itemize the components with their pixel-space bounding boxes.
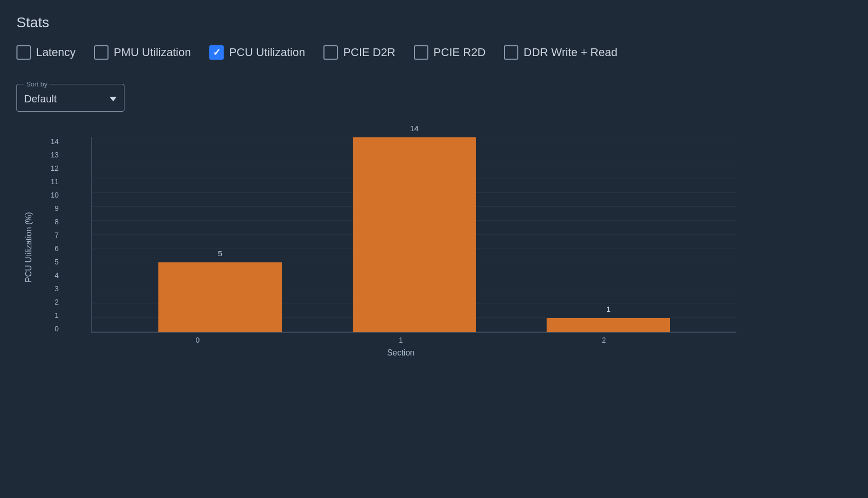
checkbox-box-pcu-utilization[interactable] — [209, 45, 224, 60]
checkbox-label-pmu-utilization: PMU Utilization — [114, 46, 191, 59]
page-title: Stats — [16, 14, 852, 31]
y-tick: 10 — [50, 191, 59, 199]
bar-value-label-1: 14 — [410, 124, 419, 133]
y-tick: 7 — [55, 231, 59, 239]
y-tick: 1 — [55, 311, 59, 319]
y-tick: 6 — [55, 244, 59, 253]
bar-1: 14 — [353, 137, 476, 332]
y-tick: 5 — [55, 258, 59, 266]
y-tick: 14 — [50, 137, 59, 146]
y-tick: 9 — [55, 204, 59, 212]
y-axis-label: PCU Utilization (%) — [16, 137, 37, 358]
chart-plot: 5141 — [91, 137, 736, 333]
chevron-down-icon — [110, 97, 117, 101]
sort-fieldset: Sort by Default — [16, 80, 124, 112]
chart-container: PCU Utilization (%) 14131211109876543210… — [16, 137, 736, 358]
sort-dropdown[interactable]: Default — [24, 93, 117, 105]
bar-group-2: 1 — [511, 137, 706, 332]
checkbox-label-pcu-utilization: PCU Utilization — [229, 46, 305, 59]
x-tick-1: 1 — [299, 336, 502, 344]
y-tick: 11 — [50, 177, 59, 186]
y-tick: 0 — [55, 325, 59, 333]
sort-legend: Sort by — [24, 80, 49, 88]
checkbox-item-pcu-utilization[interactable]: PCU Utilization — [209, 45, 305, 60]
y-tick: 4 — [55, 271, 59, 279]
bar-value-label-0: 5 — [218, 249, 222, 258]
y-tick: 3 — [55, 284, 59, 293]
checkbox-box-pcie-d2r[interactable] — [323, 45, 338, 60]
checkbox-item-pcie-d2r[interactable]: PCIE D2R — [323, 45, 395, 60]
checkbox-box-pmu-utilization[interactable] — [94, 45, 109, 60]
x-axis-title: Section — [65, 348, 736, 358]
checkbox-item-pmu-utilization[interactable]: PMU Utilization — [94, 45, 191, 60]
checkbox-item-latency[interactable]: Latency — [16, 45, 76, 60]
checkboxes-row: LatencyPMU UtilizationPCU UtilizationPCI… — [16, 45, 852, 60]
x-tick-0: 0 — [96, 336, 299, 344]
y-axis-ticks: 14131211109876543210 — [37, 137, 63, 333]
y-tick: 12 — [50, 164, 59, 172]
x-tick-2: 2 — [502, 336, 706, 344]
bar-group-1: 14 — [317, 137, 512, 332]
chart-area: PCU Utilization (%) 14131211109876543210… — [16, 137, 736, 358]
bar-value-label-2: 1 — [606, 305, 610, 313]
bar-2: 1 — [547, 318, 670, 332]
bar-group-0: 5 — [123, 137, 317, 332]
checkbox-item-ddr-write-read[interactable]: DDR Write + Read — [504, 45, 617, 60]
checkbox-box-ddr-write-read[interactable] — [504, 45, 518, 60]
chart-inner: 14131211109876543210 5141 012 Section — [37, 137, 736, 358]
y-tick: 13 — [50, 151, 59, 159]
y-tick: 8 — [55, 218, 59, 226]
x-axis-labels: 012 — [65, 336, 736, 344]
bar-0: 5 — [158, 262, 282, 332]
checkbox-box-pcie-r2d[interactable] — [414, 45, 428, 60]
sort-section: Sort by Default — [16, 80, 852, 112]
y-tick: 2 — [55, 298, 59, 306]
sort-value: Default — [24, 93, 57, 105]
bars-area: 5141 — [92, 137, 736, 332]
checkbox-box-latency[interactable] — [16, 45, 31, 60]
checkbox-label-latency: Latency — [36, 46, 76, 59]
checkbox-label-pcie-d2r: PCIE D2R — [343, 46, 395, 59]
checkbox-item-pcie-r2d[interactable]: PCIE R2D — [414, 45, 485, 60]
checkbox-label-ddr-write-read: DDR Write + Read — [523, 46, 617, 59]
checkbox-label-pcie-r2d: PCIE R2D — [433, 46, 485, 59]
